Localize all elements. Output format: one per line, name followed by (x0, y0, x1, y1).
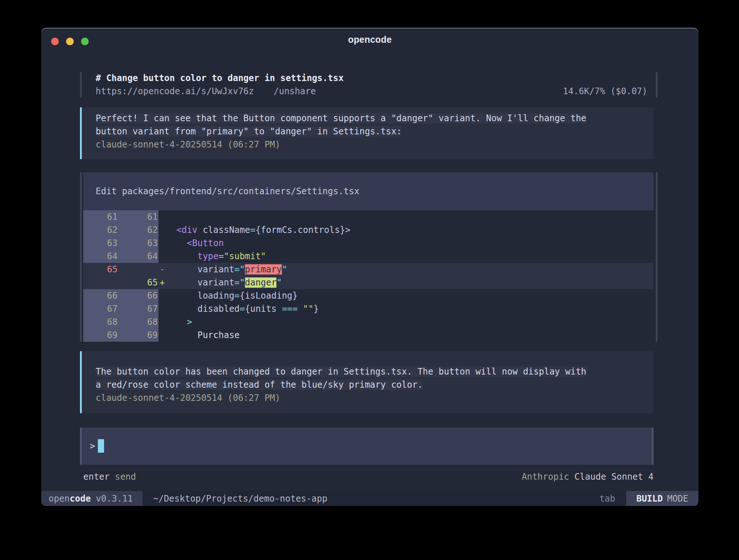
line-number-old: 67 (83, 302, 123, 315)
code-line: type="submit" (166, 250, 266, 263)
diff-marker (158, 329, 166, 342)
diff-row: 6262 <div className={formCs.controls}> (83, 223, 654, 237)
diff-row: 65- variant="primary" (83, 263, 654, 276)
diff-marker (158, 289, 166, 302)
prompt-symbol: > (90, 440, 95, 453)
diff-row: 65+ variant="danger" (83, 276, 654, 289)
diff-row: 6464 type="submit" (83, 250, 654, 263)
code-line: <div className={formCs.controls}> (166, 223, 351, 237)
line-number-old: 62 (83, 223, 123, 237)
opencode-window: opencode # Change button color to danger… (41, 28, 698, 506)
status-bar: opencodev0.3.11 ~/Desktop/Projects/demo-… (41, 491, 698, 506)
app-version: v0.3.11 (96, 494, 133, 504)
header-right-border (656, 72, 658, 98)
model-indicator: Anthropic Claude Sonnet 4 (522, 470, 654, 483)
diff-marker (158, 315, 166, 329)
line-number-new: 67 (123, 302, 158, 315)
code-line: variant="primary" (166, 263, 287, 276)
diff-row: 6969 Purchase (83, 329, 654, 342)
unshare-command[interactable]: /unshare (273, 86, 316, 96)
message-accent-bar (80, 107, 82, 159)
window-title: opencode (41, 28, 698, 51)
line-number-new: 65 (123, 276, 158, 289)
line-number-old: 63 (83, 237, 123, 250)
diff-marker (158, 223, 166, 237)
diff-marker (158, 250, 166, 263)
line-number-new: 64 (123, 250, 158, 263)
line-number-old: 69 (83, 329, 123, 342)
line-number-old: 65 (83, 263, 123, 276)
line-number-new: 61 (123, 210, 158, 223)
line-number-old: 61 (83, 210, 123, 223)
assistant-message: Perfect! I can see that the Button compo… (80, 107, 654, 159)
assistant-message: The button color has been changed to dan… (80, 351, 654, 413)
diff-row: 6767 disabled={units === ""} (83, 302, 654, 315)
edit-right-border (656, 172, 658, 342)
titlebar[interactable]: opencode (41, 28, 698, 51)
header-left-border (80, 72, 82, 98)
line-number-old: 66 (83, 289, 123, 302)
send-hint: enter send (83, 470, 136, 483)
line-number-new: 69 (123, 329, 158, 342)
edit-tool-card: Edit packages/frontend/src/containers/Se… (80, 172, 658, 342)
message-accent-bar (80, 351, 82, 413)
app-version-chip: opencodev0.3.11 (41, 491, 142, 506)
line-number-old (83, 276, 123, 289)
token-usage-cost: 14.6K/7% ($0.07) (563, 85, 647, 98)
edit-tool-title: Edit packages/frontend/src/containers/Se… (83, 172, 654, 210)
hint-bar: enter send Anthropic Claude Sonnet 4 (83, 470, 654, 483)
message-text-line: The button color has been changed to dan… (96, 365, 654, 378)
message-text-line: a red/rose color scheme instead of the b… (96, 378, 654, 391)
diff-row: 6868 > (83, 315, 654, 329)
message-model-timestamp: claude-sonnet-4-20250514 (06:27 PM) (96, 391, 654, 404)
message-text-line: button variant from "primary" to "danger… (96, 125, 654, 138)
line-number-new: 66 (123, 289, 158, 302)
diff-row: 6666 loading={isLoading} (83, 289, 654, 302)
diff-marker (158, 237, 166, 250)
diff-marker: - (158, 263, 166, 276)
code-line: disabled={units === ""} (166, 302, 319, 315)
share-url[interactable]: https://opencode.ai/s/UwJxv76z (96, 86, 254, 96)
code-line: <Button (166, 237, 224, 250)
diff-row: 6363 <Button (83, 237, 654, 250)
line-number-new: 68 (123, 315, 158, 329)
line-number-new: 62 (123, 223, 158, 237)
code-line: > (166, 315, 192, 329)
session-header: # Change button color to danger in setti… (80, 72, 658, 98)
code-line: Purchase (166, 329, 240, 342)
code-line: loading={isLoading} (166, 289, 298, 302)
message-text-line: Perfect! I can see that the Button compo… (96, 112, 654, 125)
mode-chip[interactable]: BUILDMODE (626, 491, 698, 506)
diff-row: 6161 (83, 210, 654, 223)
line-number-old: 64 (83, 250, 123, 263)
message-model-timestamp: claude-sonnet-4-20250514 (06:27 PM) (96, 138, 654, 151)
line-number-old: 68 (83, 315, 123, 329)
diff-marker: + (158, 276, 166, 289)
diff-marker (158, 302, 166, 315)
diff-view: 61616262 <div className={formCs.controls… (83, 210, 654, 342)
code-line: variant="danger" (166, 276, 282, 289)
session-title: # Change button color to danger in setti… (96, 72, 658, 85)
edit-left-border (80, 172, 82, 342)
line-number-new: 63 (123, 237, 158, 250)
working-directory: ~/Desktop/Projects/demo-notes-app (153, 491, 328, 506)
prompt-input[interactable]: > (80, 427, 654, 465)
diff-marker (158, 210, 166, 223)
line-number-new (123, 263, 158, 276)
text-cursor (98, 439, 104, 453)
tab-hint: tab (600, 491, 615, 506)
